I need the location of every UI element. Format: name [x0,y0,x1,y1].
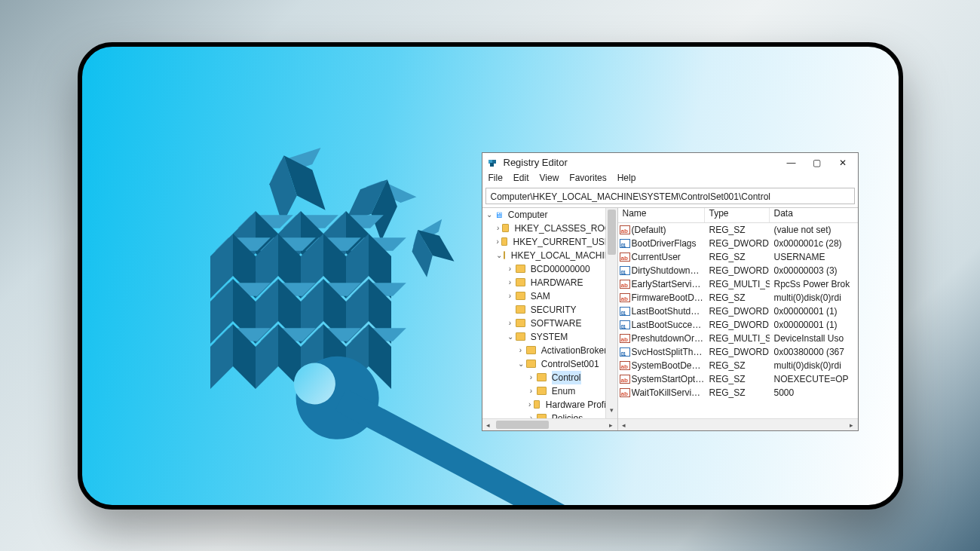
tree-item[interactable]: › Hardware Profil… [482,398,617,412]
window-title: Registry Editor [504,157,779,168]
value-data: 0x00000001 (1) [770,318,858,332]
scroll-thumb[interactable] [608,210,616,255]
tree-item[interactable]: ⌄ ControlSet001 [482,357,617,371]
value-type: REG_DWORD [705,237,770,250]
scroll-thumb[interactable] [496,421,549,429]
value-name: LastBootSucceed… [632,318,705,332]
list-row[interactable]: DirtyShutdownC…REG_DWORD0x00000003 (3) [618,264,858,277]
reg-dword-icon [620,239,630,248]
value-name: SvcHostSplitThre… [632,345,705,359]
tree-item[interactable]: › HKEY_CLASSES_ROOT [482,222,617,235]
list-row[interactable]: LastBootSucceed…REG_DWORD0x00000001 (1) [618,318,858,332]
value-data: multi(0)disk(0)rdi [770,359,858,372]
menu-file[interactable]: File [488,173,503,188]
tree-item[interactable]: ⌄ SYSTEM [482,330,617,344]
reg-dword-icon [620,320,630,329]
address-bar[interactable]: Computer\HKEY_LOCAL_MACHINE\SYSTEM\Contr… [485,188,855,204]
list-row[interactable]: EarlyStartServicesREG_MULTI_SZRpcSs Powe… [618,277,858,291]
value-name: WaitToKillServic… [632,386,705,399]
tree-item[interactable]: › SAM [482,289,617,303]
value-data: multi(0)disk(0)rdi [770,291,858,305]
value-data: NOEXECUTE=OP [770,372,858,386]
value-data: 0x0000001c (28) [770,237,858,250]
scroll-down-icon[interactable]: ▾ [606,406,617,418]
col-name[interactable]: Name [618,208,705,222]
reg-sz-icon [620,253,630,262]
maximize-button[interactable]: ▢ [810,158,825,168]
value-type: REG_DWORD [705,305,770,318]
scroll-right-icon[interactable]: ▸ [846,419,858,430]
minimize-button[interactable]: — [784,158,799,168]
list-rows: (Default)REG_SZ(value not set)BootDriver… [618,223,858,418]
illustration-frame: Registry Editor — ▢ ✕ File Edit View Fav… [78,42,903,510]
col-type[interactable]: Type [705,208,770,222]
value-name: FirmwareBootDe… [632,291,705,305]
tree-item[interactable]: › BCD00000000 [482,262,617,276]
tree-item[interactable]: › ActivationBroker [482,344,617,357]
value-name: PreshutdownOrd… [632,332,705,345]
value-name: EarlyStartServices [632,277,705,291]
value-type: REG_DWORD [705,345,770,359]
tree-item[interactable]: SECURITY [482,303,617,317]
value-type: REG_SZ [705,250,770,264]
tree-item[interactable]: › Enum [482,384,617,398]
reg-sz-icon [620,334,630,343]
reg-dword-icon [620,347,630,357]
scroll-right-icon[interactable]: ▸ [605,419,617,430]
value-type: REG_MULTI_SZ [705,332,770,345]
content-panes: ⌄🖥 Computer › HKEY_CLASSES_ROOT › HKEY_C… [482,207,858,430]
list-row[interactable]: SystemBootDevi…REG_SZmulti(0)disk(0)rdi [618,359,858,372]
value-name: (Default) [632,223,705,237]
tree-item[interactable]: ⌄ HKEY_LOCAL_MACHINE [482,249,617,262]
value-data: 0x00000003 (3) [770,264,858,277]
reg-sz-icon [620,280,630,289]
col-data[interactable]: Data [770,208,858,222]
value-name: SystemStartOpti… [632,372,705,386]
value-data: 0x00380000 (367 [770,345,858,359]
menu-view[interactable]: View [540,173,559,188]
list-row[interactable]: SvcHostSplitThre…REG_DWORD0x00380000 (36… [618,345,858,359]
registry-editor-window: Registry Editor — ▢ ✕ File Edit View Fav… [482,152,859,431]
reg-sz-icon [620,361,630,370]
menu-edit[interactable]: Edit [513,173,529,188]
scroll-left-icon[interactable]: ◂ [618,419,630,430]
reg-sz-icon [620,388,630,397]
list-row[interactable]: BootDriverFlagsREG_DWORD0x0000001c (28) [618,237,858,250]
close-button[interactable]: ✕ [835,158,850,168]
value-data: 5000 [770,386,858,399]
list-row[interactable]: (Default)REG_SZ(value not set) [618,223,858,237]
list-row[interactable]: CurrentUserREG_SZUSERNAME [618,250,858,264]
value-data: 0x00000001 (1) [770,305,858,318]
list-row[interactable]: PreshutdownOrd…REG_MULTI_SZDeviceInstall… [618,332,858,345]
menubar: File Edit View Favorites Help [482,173,858,188]
list-row[interactable]: WaitToKillServic…REG_SZ5000 [618,386,858,399]
list-header: Name Type Data [618,208,858,223]
svg-rect-2 [490,163,494,167]
tree-hscrollbar[interactable]: ◂ ▸ [482,418,617,430]
tree-item[interactable]: › HKEY_CURRENT_USER [482,235,617,249]
value-name: DirtyShutdownC… [632,264,705,277]
menu-help[interactable]: Help [617,173,636,188]
value-type: REG_DWORD [705,318,770,332]
reg-sz-icon [620,375,630,384]
titlebar[interactable]: Registry Editor — ▢ ✕ [482,153,858,173]
value-data: RpcSs Power Brok [770,277,858,291]
tree-item-selected[interactable]: › Control [482,371,617,384]
value-name: SystemBootDevi… [632,359,705,372]
list-hscrollbar[interactable]: ◂ ▸ [618,418,858,430]
tree-root[interactable]: ⌄🖥 Computer [482,208,617,222]
tree-pane: ⌄🖥 Computer › HKEY_CLASSES_ROOT › HKEY_C… [482,208,618,430]
list-row[interactable]: LastBootShutdo…REG_DWORD0x00000001 (1) [618,305,858,318]
reg-dword-icon [620,266,630,275]
menu-favorites[interactable]: Favorites [569,173,606,188]
tree-root-label: Computer [508,208,548,222]
app-icon [487,157,499,169]
tree-vscrollbar[interactable]: ▴ ▾ [605,208,617,430]
list-row[interactable]: FirmwareBootDe…REG_SZmulti(0)disk(0)rdi [618,291,858,305]
scroll-left-icon[interactable]: ◂ [482,419,495,430]
list-row[interactable]: SystemStartOpti…REG_SZ NOEXECUTE=OP [618,372,858,386]
value-data: (value not set) [770,223,858,237]
tree-item[interactable]: › HARDWARE [482,276,617,289]
value-name: CurrentUser [632,250,705,264]
tree-item[interactable]: › SOFTWARE [482,317,617,330]
